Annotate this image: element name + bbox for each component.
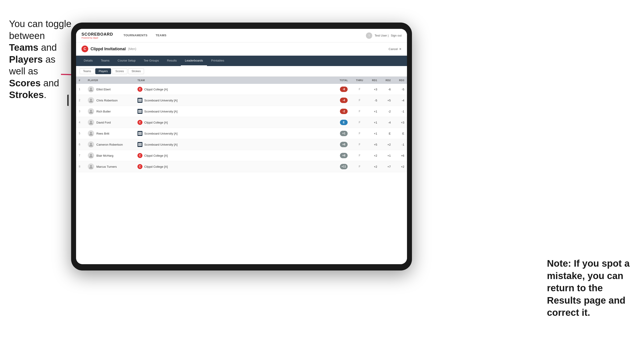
player-avatar	[88, 130, 94, 137]
rd1-cell: +5	[366, 139, 380, 150]
rank-cell: 1	[76, 84, 85, 95]
toggle-bar: Teams Players Scores Strokes	[76, 66, 407, 77]
total-cell: -4	[335, 95, 353, 106]
score-badge: +8	[340, 153, 348, 158]
tab-details[interactable]: Details	[80, 56, 97, 66]
rd1-cell: +3	[366, 84, 380, 95]
player-avatar	[88, 152, 94, 159]
logo-subtitle: Powered by clippd	[82, 37, 113, 39]
player-name: Rees Britt	[96, 132, 109, 135]
tournament-title: C Clippd Invitational (Men)	[82, 45, 136, 52]
left-annotation: You can toggle between Teams and Players…	[9, 18, 72, 101]
nav-teams[interactable]: TEAMS	[152, 29, 170, 42]
user-label: Test User |	[374, 34, 388, 37]
team-name: Clippd College [A]	[144, 121, 168, 124]
score-badge: +1	[340, 131, 348, 136]
toggle-scores-button[interactable]: Scores	[112, 68, 127, 74]
team-cell: Scoreboard University [A]	[135, 106, 335, 117]
tournament-name: Clippd Invitational	[90, 47, 126, 51]
team-name: Scoreboard University [A]	[144, 143, 178, 146]
tablet-screen: SCOREBOARD Powered by clippd TOURNAMENTS…	[76, 29, 407, 264]
total-cell: +11	[335, 161, 353, 172]
toggle-strokes-button[interactable]: Strokes	[128, 68, 144, 74]
player-cell: Cameron Robertson	[85, 139, 135, 150]
table-row: 6 Cameron Robertson Scoreboard Universit…	[76, 139, 407, 150]
tablet-side-button	[67, 95, 68, 106]
team-name: Clippd College [A]	[144, 154, 168, 157]
total-cell: +1	[335, 128, 353, 139]
team-cell: Scoreboard University [A]	[135, 128, 335, 139]
tab-tee-groups[interactable]: Tee Groups	[140, 56, 163, 66]
tab-teams[interactable]: Teams	[97, 56, 114, 66]
toggle-teams-button[interactable]: Teams	[80, 68, 94, 74]
svg-rect-8	[138, 111, 142, 112]
svg-point-10	[90, 121, 92, 123]
table-row: 3 Rich Butler Scoreboard University [A] …	[76, 106, 407, 117]
tab-results[interactable]: Results	[163, 56, 181, 66]
team-logo: C	[138, 153, 142, 158]
thru-cell: F	[353, 161, 366, 172]
team-cell: Scoreboard University [A]	[135, 95, 335, 106]
svg-rect-5	[138, 101, 142, 102]
rd2-cell: -2	[380, 106, 394, 117]
score-badge: -8	[340, 87, 348, 92]
player-name: Elliot Ebert	[96, 88, 110, 91]
logo-title: SCOREBOARD	[82, 32, 113, 37]
user-avatar: T	[366, 32, 372, 39]
player-cell: Chris Robertson	[85, 95, 135, 106]
player-avatar	[88, 119, 94, 126]
player-avatar	[88, 164, 94, 170]
score-badge: -2	[340, 109, 348, 114]
rd2-cell: +7	[380, 161, 394, 172]
col-team: TEAM	[135, 77, 335, 84]
player-cell: Marcus Turners	[85, 161, 135, 172]
svg-point-6	[90, 110, 92, 112]
table-row: 8 Marcus Turners C Clippd College [A] +1…	[76, 161, 407, 172]
svg-point-19	[90, 154, 92, 156]
score-badge: +11	[340, 164, 348, 169]
player-name: Blair McHarg	[96, 154, 113, 157]
col-rd3: RD3	[394, 77, 407, 84]
svg-point-15	[90, 143, 92, 145]
team-name: Clippd College [A]	[144, 165, 168, 168]
svg-rect-12	[138, 132, 142, 133]
col-total: TOTAL	[335, 77, 353, 84]
svg-rect-13	[138, 133, 142, 134]
svg-rect-7	[138, 110, 142, 111]
top-nav: SCOREBOARD Powered by clippd TOURNAMENTS…	[76, 29, 407, 42]
rank-cell: 5	[76, 128, 85, 139]
total-cell: +6	[335, 139, 353, 150]
toggle-players-button[interactable]: Players	[95, 68, 111, 74]
col-rd2: RD2	[380, 77, 394, 84]
rd3-cell: -1	[394, 139, 407, 150]
tournament-header: C Clippd Invitational (Men) Cancel ✕	[76, 42, 407, 56]
tab-printables[interactable]: Printables	[207, 56, 228, 66]
cancel-button[interactable]: Cancel ✕	[389, 47, 402, 51]
scoreboard-logo: SCOREBOARD Powered by clippd	[82, 32, 113, 39]
rd2-cell: +1	[380, 150, 394, 161]
total-cell: -2	[335, 106, 353, 117]
nav-tournaments[interactable]: TOURNAMENTS	[120, 29, 152, 42]
leaderboard-data-table: # PLAYER TEAM TOTAL THRU RD1 RD2 RD3 1 E…	[76, 77, 407, 172]
table-row: 2 Chris Robertson Scoreboard University …	[76, 95, 407, 106]
player-name: David Ford	[96, 121, 111, 124]
team-logo	[138, 142, 142, 147]
tab-leaderboards[interactable]: Leaderboards	[181, 56, 207, 66]
col-thru: THRU	[353, 77, 366, 84]
tab-course-setup[interactable]: Course Setup	[114, 56, 140, 66]
rank-cell: 6	[76, 139, 85, 150]
player-cell: Elliot Ebert	[85, 84, 135, 95]
team-name: Scoreboard University [A]	[144, 99, 178, 102]
rank-cell: 3	[76, 106, 85, 117]
svg-point-1	[90, 88, 92, 89]
team-cell: C Clippd College [A]	[135, 117, 335, 128]
tablet-frame: SCOREBOARD Powered by clippd TOURNAMENTS…	[71, 22, 412, 271]
rd1-cell: +1	[366, 106, 380, 117]
team-cell: C Clippd College [A]	[135, 161, 335, 172]
rank-cell: 4	[76, 117, 85, 128]
team-name: Clippd College [A]	[144, 88, 168, 91]
sign-out-link[interactable]: Sign out	[391, 34, 402, 37]
rank-cell: 7	[76, 150, 85, 161]
player-name: Cameron Robertson	[96, 143, 123, 146]
rd2-cell: E	[380, 128, 394, 139]
